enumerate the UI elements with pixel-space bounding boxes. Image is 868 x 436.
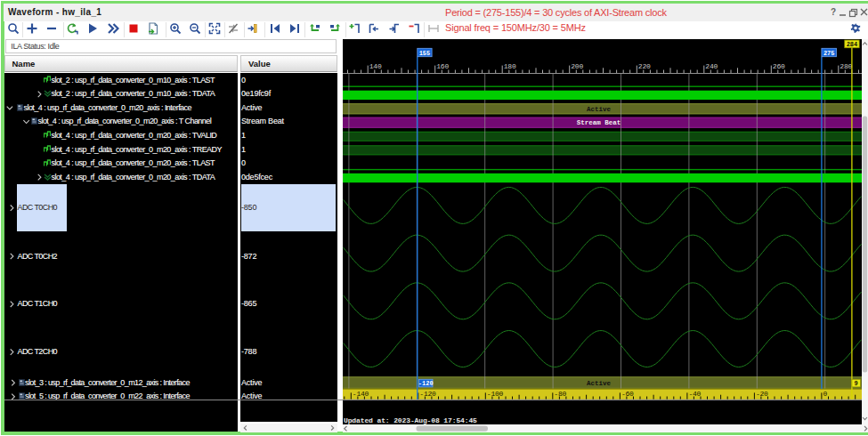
- svg-text:-20: -20: [755, 389, 767, 397]
- svg-text:260: 260: [772, 62, 784, 70]
- svg-text:-120: -120: [419, 389, 436, 397]
- svg-text:Stream Beat: Stream Beat: [576, 119, 621, 126]
- svg-text:0: 0: [823, 389, 827, 397]
- svg-text:-80: -80: [554, 389, 566, 397]
- svg-text:?: ?: [831, 7, 836, 17]
- svg-text:284: 284: [846, 40, 857, 47]
- svg-text:160: 160: [436, 62, 449, 70]
- svg-text:Active: Active: [586, 105, 611, 112]
- svg-text:-100: -100: [486, 389, 503, 397]
- svg-text:240: 240: [705, 62, 718, 70]
- svg-text:Active: Active: [586, 379, 611, 386]
- svg-text:-60: -60: [621, 389, 633, 397]
- svg-text:280: 280: [840, 62, 852, 70]
- svg-text:200: 200: [571, 62, 583, 70]
- svg-text:9: 9: [854, 379, 857, 386]
- svg-text:-40: -40: [688, 389, 701, 397]
- svg-text:180: 180: [503, 62, 515, 70]
- svg-text:-140: -140: [352, 389, 369, 397]
- svg-text:155: 155: [418, 49, 430, 56]
- svg-text:-120: -120: [418, 379, 433, 386]
- svg-text:Updated at: 2023-Aug-08 17:54:: Updated at: 2023-Aug-08 17:54:45: [344, 416, 477, 424]
- svg-text:275: 275: [823, 49, 834, 56]
- svg-text:140: 140: [369, 62, 381, 70]
- svg-text:220: 220: [637, 62, 650, 70]
